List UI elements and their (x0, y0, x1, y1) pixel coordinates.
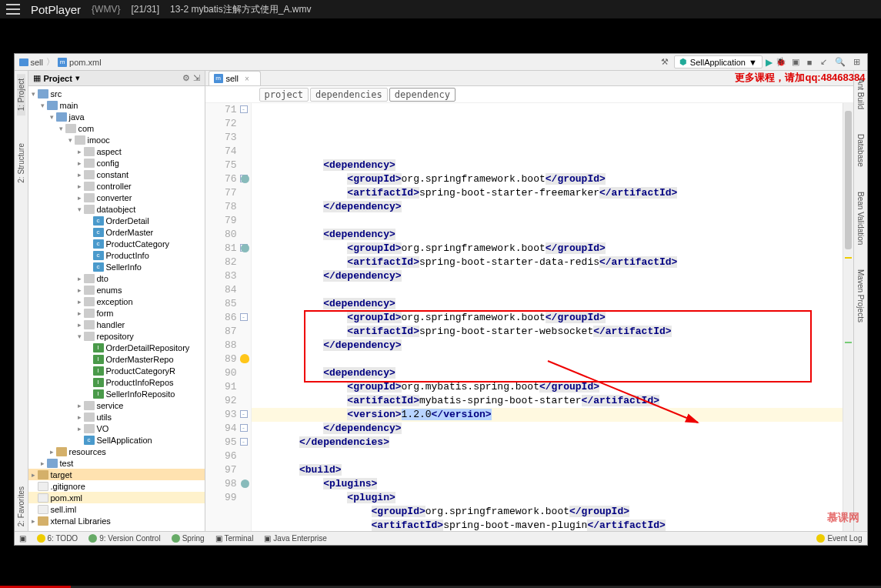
tree-node-pom-xml[interactable]: pom.xml (28, 492, 205, 503)
code-line-97[interactable]: <artifactId>spring-boot-maven-plugin</ar… (252, 519, 843, 531)
bulb-icon[interactable] (240, 354, 249, 363)
tree-node-dataobject[interactable]: ▾dataobject (28, 203, 205, 215)
debug-button[interactable]: 🐞 (776, 57, 786, 67)
code-line-84[interactable]: </dependency> (252, 339, 843, 352)
window-icon[interactable]: ▣ (19, 534, 26, 543)
bean-validation-tab[interactable]: Bean Validation (856, 187, 865, 249)
code-line-83[interactable]: <artifactId>spring-boot-starter-websocke… (252, 325, 843, 339)
code-line-88[interactable]: <artifactId>mybatis-spring-boot-starter<… (252, 394, 843, 408)
gear-icon[interactable]: ⚙ (182, 73, 190, 83)
code-line-81[interactable]: <dependency> (252, 297, 843, 311)
code-content[interactable]: <dependency> <groupId>org.springframewor… (252, 103, 843, 531)
fold-icon[interactable]: - (240, 410, 248, 418)
tree-node-repository[interactable]: ▾repository (28, 330, 205, 342)
tree-node-resources[interactable]: ▸resources (28, 446, 205, 457)
tree-node-sellerinforeposito[interactable]: ISellerInfoReposito (28, 388, 205, 399)
tree-node-test[interactable]: ▸test (28, 457, 205, 469)
project-panel-title[interactable]: Project (44, 74, 72, 83)
tree-node-exception[interactable]: ▸exception (28, 296, 205, 307)
tree-node-orderdetailrepository[interactable]: IOrderDetailRepository (28, 342, 205, 353)
code-line-82[interactable]: <groupId>org.springframework.boot</group… (252, 311, 843, 325)
maven-projects-tab[interactable]: Maven Projects (856, 265, 865, 327)
code-line-74[interactable]: </dependency> (252, 200, 843, 214)
tree-node-controller[interactable]: ▸controller (28, 180, 205, 192)
spring-button[interactable]: Spring (172, 534, 205, 543)
nav-crumb-file[interactable]: mpom.xml (58, 58, 102, 67)
code-line-89[interactable]: <version>1.2.0</version> (252, 408, 843, 422)
jee-button[interactable]: ▣Java Enterprise (264, 534, 326, 543)
tree-node-sellapplication[interactable]: cSellApplication (28, 434, 205, 446)
tree-node-form[interactable]: ▸form (28, 307, 205, 319)
code-line-75[interactable] (252, 214, 843, 228)
tree-node-dto[interactable]: ▸dto (28, 272, 205, 284)
fold-icon[interactable]: - (240, 105, 248, 113)
project-tree[interactable]: ▾src▾main▾java▾com▾imooc▸aspect▸config▸c… (28, 86, 205, 528)
tree-node-utils[interactable]: ▸utils (28, 411, 205, 423)
tree-node-enums[interactable]: ▸enums (28, 284, 205, 296)
favorites-tab[interactable]: 2: Favorites (17, 482, 25, 531)
tree-node-productinfo[interactable]: cProductInfo (28, 249, 205, 261)
tree-node-xternal-libraries[interactable]: ▸xternal Libraries (28, 515, 205, 526)
vcs-button[interactable]: ↙ (818, 57, 829, 67)
event-log-button[interactable]: Event Log (816, 534, 862, 543)
tree-node-productcategory[interactable]: cProductCategory (28, 238, 205, 249)
code-line-80[interactable] (252, 283, 843, 297)
code-line-72[interactable]: <groupId>org.springframework.boot</group… (252, 172, 843, 186)
tree-node-src[interactable]: ▾src (28, 88, 205, 99)
code-line-79[interactable]: </dependency> (252, 269, 843, 283)
run-config-dropdown[interactable]: ⬢ SellApplication ▼ (674, 55, 763, 68)
database-tab[interactable]: Database (856, 129, 865, 172)
tree-node-ordermasterrepo[interactable]: IOrderMasterRepo (28, 353, 205, 365)
tree-node-orderdetail[interactable]: cOrderDetail (28, 215, 205, 226)
tree-node-imooc[interactable]: ▾imooc (28, 134, 205, 145)
tree-node-service[interactable]: ▸service (28, 399, 205, 411)
code-line-86[interactable]: <dependency> (252, 366, 843, 380)
stop-button[interactable]: ■ (805, 58, 815, 67)
tree-node-main[interactable]: ▾main (28, 99, 205, 111)
close-icon[interactable]: × (245, 75, 249, 83)
warning-marker[interactable] (845, 257, 852, 259)
code-line-96[interactable]: <groupId>org.springframework.boot</group… (252, 505, 843, 519)
code-line-71[interactable]: <dependency> (252, 159, 843, 172)
fold-icon[interactable]: - (240, 313, 248, 321)
fold-icon[interactable]: - (240, 438, 248, 446)
tree-node-constant[interactable]: ▸constant (28, 169, 205, 180)
tree-node-productinforepos[interactable]: IProductInfoRepos (28, 376, 205, 388)
scrollbar-thumb[interactable] (845, 111, 852, 249)
nav-icon[interactable] (241, 175, 249, 183)
info-marker[interactable] (845, 342, 852, 343)
hammer-icon[interactable]: ⚒ (659, 57, 671, 67)
structure-button[interactable]: ⊞ (851, 57, 863, 67)
tree-node-target[interactable]: ▸target (28, 469, 205, 480)
tree-node-vo[interactable]: ▸VO (28, 423, 205, 434)
code-line-85[interactable] (252, 352, 843, 366)
fold-icon[interactable]: - (240, 424, 248, 432)
code-line-94[interactable]: <plugins> (252, 477, 843, 491)
code-editor[interactable]: 71-7273747576-7778798081-8283848586-8788… (205, 103, 853, 531)
breadcrumb-project[interactable]: project (259, 88, 309, 102)
tree-node-converter[interactable]: ▸converter (28, 192, 205, 203)
tree-node-config[interactable]: ▸config (28, 157, 205, 169)
terminal-button[interactable]: ▣Terminal (215, 534, 254, 543)
code-line-77[interactable]: <groupId>org.springframework.boot</group… (252, 242, 843, 256)
search-button[interactable]: 🔍 (833, 57, 848, 67)
code-line-93[interactable]: <build> (252, 463, 843, 477)
run-button[interactable]: ▶ (766, 57, 773, 68)
tree-node-sell-iml[interactable]: sell.iml (28, 503, 205, 515)
breadcrumb-dependency[interactable]: dependency (389, 88, 456, 102)
tree-node-productcategoryr[interactable]: IProductCategoryR (28, 365, 205, 376)
code-line-78[interactable]: <artifactId>spring-boot-starter-data-red… (252, 256, 843, 269)
tree-node-java[interactable]: ▾java (28, 111, 205, 122)
todo-button[interactable]: 6: TODO (37, 534, 78, 543)
code-line-90[interactable]: </dependency> (252, 422, 843, 436)
structure-tab[interactable]: 2: Structure (17, 139, 25, 188)
tree-node-ordermaster[interactable]: cOrderMaster (28, 226, 205, 238)
nav-icon[interactable] (241, 479, 249, 488)
tree-node-sellerinfo[interactable]: cSellerInfo (28, 261, 205, 272)
code-line-92[interactable] (252, 449, 843, 463)
code-line-76[interactable]: <dependency> (252, 228, 843, 242)
breadcrumb-dependencies[interactable]: dependencies (310, 88, 388, 102)
editor-tab-sell[interactable]: m sell × (209, 71, 261, 85)
vcs-button[interactable]: 9: Version Control (88, 534, 161, 543)
menu-icon[interactable] (6, 4, 20, 15)
